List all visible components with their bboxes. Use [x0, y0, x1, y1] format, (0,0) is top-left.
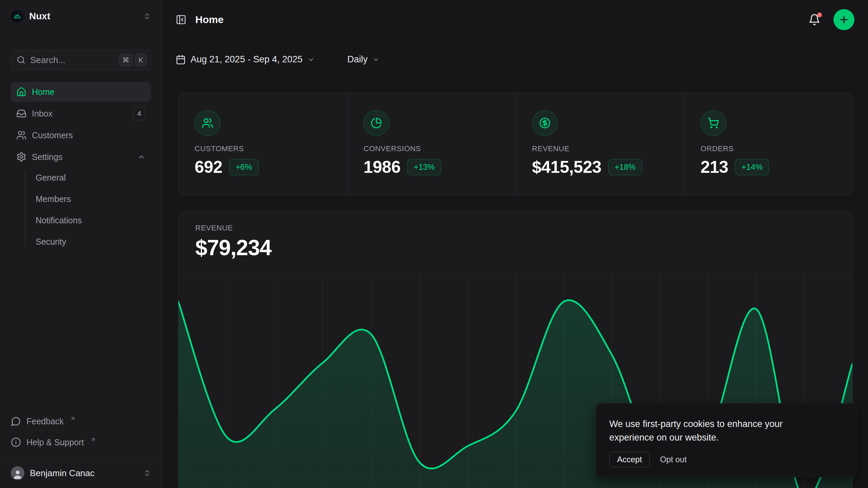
- app-root: Nuxt ⌘ K Home: [0, 0, 868, 488]
- settings-subnav: General Members Notifications Security: [11, 169, 151, 250]
- cookie-message: We use first-party cookies to enhance yo…: [609, 417, 826, 444]
- stat-delta-badge: +13%: [407, 159, 441, 175]
- sidebar-item-members[interactable]: Members: [11, 191, 151, 207]
- stat-value: 1986: [363, 157, 400, 177]
- revenue-chart-value: $79,234: [195, 235, 835, 260]
- nuxt-logo-icon: [11, 10, 24, 23]
- circle-dollar-icon: [532, 110, 558, 136]
- external-link-icon: [90, 437, 96, 443]
- avatar: [11, 466, 24, 480]
- sidebar-item-label: Inbox: [32, 109, 53, 119]
- sidebar-item-label: Home: [32, 87, 55, 97]
- chevron-up-icon: [137, 153, 145, 161]
- kbd-cmd: ⌘: [119, 54, 133, 66]
- stat-label: CONVERSIONS: [363, 144, 499, 153]
- stat-value: 213: [701, 157, 728, 177]
- feedback-link[interactable]: Feedback: [11, 414, 151, 429]
- stat-orders[interactable]: ORDERS 213 +14%: [684, 93, 852, 195]
- chevrons-up-down-icon: [143, 13, 151, 20]
- period-select[interactable]: Daily: [347, 54, 380, 65]
- stat-label: CUSTOMERS: [195, 144, 331, 153]
- calendar-icon: [176, 55, 186, 65]
- chevron-down-icon: [307, 56, 315, 63]
- stat-delta-badge: +6%: [229, 159, 259, 175]
- sidebar-item-label: Settings: [32, 152, 62, 162]
- sidebar-item-general[interactable]: General: [11, 169, 151, 186]
- plus-icon: [839, 14, 849, 25]
- revenue-chart-label: REVENUE: [195, 224, 835, 232]
- add-button[interactable]: [833, 9, 854, 30]
- user-menu[interactable]: Benjamin Canac: [11, 466, 151, 480]
- stat-delta-badge: +18%: [608, 159, 642, 175]
- page-title: Home: [195, 14, 223, 25]
- user-section: Benjamin Canac: [0, 459, 162, 488]
- date-range-picker[interactable]: Aug 21, 2025 - Sep 4, 2025: [176, 54, 315, 65]
- user-name: Benjamin Canac: [30, 468, 95, 479]
- subnav-guide-line: [25, 171, 25, 246]
- kbd-k: K: [135, 54, 147, 66]
- gear-icon: [16, 152, 26, 162]
- sidebar-item-inbox[interactable]: Inbox 4: [11, 104, 151, 123]
- stat-label: ORDERS: [701, 144, 836, 153]
- inbox-count-badge: 4: [133, 107, 145, 120]
- stats-card: CUSTOMERS 692 +6% CONVERSIONS 1986 +13%: [178, 93, 853, 196]
- sidebar: Nuxt ⌘ K Home: [0, 0, 162, 488]
- date-range-label: Aug 21, 2025 - Sep 4, 2025: [191, 54, 302, 65]
- message-circle-icon: [11, 416, 21, 426]
- notification-dot: [817, 13, 822, 17]
- sidebar-item-label: Customers: [32, 130, 73, 140]
- sidebar-item-security[interactable]: Security: [11, 233, 151, 250]
- stat-delta-badge: +14%: [735, 159, 769, 175]
- opt-out-button[interactable]: Opt out: [654, 452, 692, 467]
- stat-value: 692: [195, 157, 222, 177]
- search-kbd-hint: ⌘ K: [119, 54, 147, 66]
- cookie-banner: We use first-party cookies to enhance yo…: [596, 403, 857, 477]
- external-link-icon: [70, 416, 76, 422]
- pie-chart-icon: [363, 110, 389, 136]
- chevrons-up-down-icon: [143, 469, 151, 477]
- sidebar-footer: Feedback Help & Support: [11, 408, 151, 459]
- sidebar-nav: Home Inbox 4 Customers Settings: [11, 82, 151, 255]
- footer-link-label: Feedback: [26, 416, 64, 426]
- sidebar-item-home[interactable]: Home: [11, 82, 151, 102]
- search-icon: [17, 56, 25, 64]
- workspace-switcher[interactable]: Nuxt: [11, 8, 151, 24]
- sidebar-item-settings[interactable]: Settings: [11, 147, 151, 167]
- top-header: Home: [162, 0, 868, 40]
- users-icon: [16, 130, 26, 140]
- inbox-icon: [16, 108, 26, 119]
- sidebar-item-customers[interactable]: Customers: [11, 125, 151, 145]
- stat-revenue[interactable]: REVENUE $415,523 +18%: [515, 93, 684, 195]
- stat-conversions[interactable]: CONVERSIONS 1986 +13%: [347, 93, 515, 195]
- info-circle-icon: [11, 437, 21, 447]
- period-label: Daily: [347, 54, 368, 65]
- house-icon: [16, 87, 26, 97]
- search-input[interactable]: [30, 55, 114, 65]
- stat-label: REVENUE: [532, 144, 668, 153]
- footer-link-label: Help & Support: [26, 438, 84, 447]
- notifications-button[interactable]: [808, 14, 821, 26]
- search-input-wrap[interactable]: ⌘ K: [11, 50, 151, 70]
- toolbar: Aug 21, 2025 - Sep 4, 2025 Daily: [162, 40, 868, 80]
- stat-value: $415,523: [532, 157, 601, 177]
- shopping-cart-icon: [701, 110, 726, 136]
- chevron-down-icon: [372, 56, 380, 63]
- sidebar-item-notifications[interactable]: Notifications: [11, 212, 151, 228]
- stat-customers[interactable]: CUSTOMERS 692 +6%: [178, 93, 347, 195]
- panel-left-close-icon[interactable]: [176, 14, 186, 25]
- help-support-link[interactable]: Help & Support: [11, 435, 151, 450]
- workspace-name: Nuxt: [29, 11, 50, 22]
- accept-button[interactable]: Accept: [609, 452, 650, 467]
- users-icon: [195, 110, 220, 136]
